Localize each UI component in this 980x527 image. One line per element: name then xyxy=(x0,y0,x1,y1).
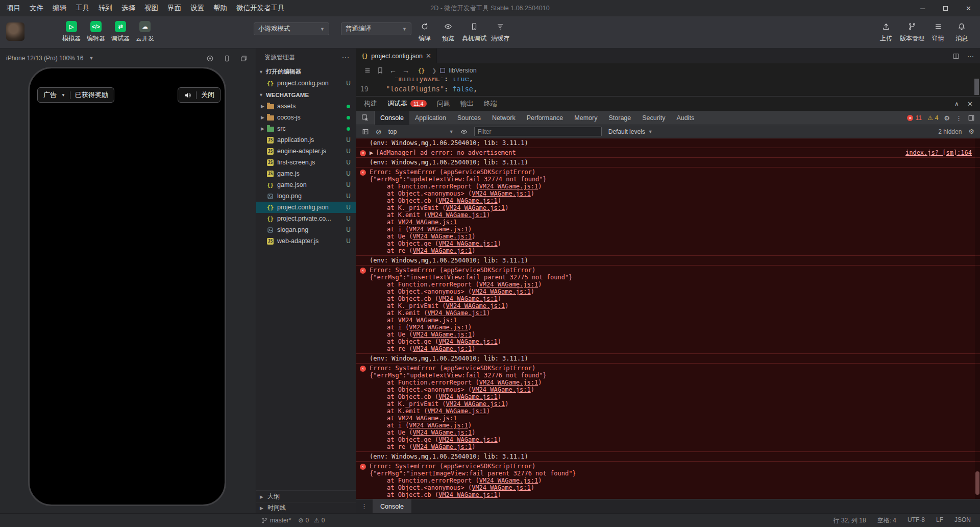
stack-link[interactable]: VM24 WAGame.js:1 xyxy=(398,317,457,324)
tree-item-cocos-js[interactable]: ▶cocos-js xyxy=(256,112,356,123)
menu-item[interactable]: 视图 xyxy=(140,0,163,16)
tree-item-project.private.co...[interactable]: {}project.private.co...U xyxy=(256,213,356,224)
avatar[interactable] xyxy=(6,22,24,41)
code-editor[interactable]: "minifyWXML": true,19 "localPlugins": fa… xyxy=(356,78,980,96)
tree-item-game.json[interactable]: {}game.jsonU xyxy=(256,179,356,190)
record-icon[interactable] xyxy=(206,55,214,62)
navigate-back-icon[interactable]: ← xyxy=(389,66,397,75)
stack-link[interactable]: VM24 WAGame.js:1 xyxy=(479,183,538,190)
devtools-tab-sources[interactable]: Sources xyxy=(452,111,486,125)
stack-link[interactable]: VM24 WAGame.js:1 xyxy=(409,422,468,429)
tool-simulator[interactable]: ▷模拟器 xyxy=(60,21,83,43)
detach-window-icon[interactable] xyxy=(240,55,248,62)
breadcrumb-symbol[interactable]: libVersion xyxy=(449,67,476,74)
tool-clear-cache[interactable]: 清缓存 xyxy=(489,21,511,43)
devtools-tab-security[interactable]: Security xyxy=(636,111,671,125)
indentation[interactable]: 空格: 4 xyxy=(877,516,896,525)
menu-item[interactable]: 选择 xyxy=(117,0,140,16)
stack-link[interactable]: VM24 WAGame.js:1 xyxy=(446,302,505,309)
mode-select[interactable]: 小游戏模式 ▼ xyxy=(254,22,329,35)
devtools-settings-icon[interactable]: ⚙ xyxy=(944,114,950,122)
panel-tab-终端[interactable]: 终端 xyxy=(484,99,497,108)
tree-item-src[interactable]: ▶src xyxy=(256,123,356,134)
tree-item-slogan.png[interactable]: slogan.pngU xyxy=(256,224,356,235)
close-tab-icon[interactable]: ✕ xyxy=(426,52,431,60)
list-icon[interactable] xyxy=(364,67,371,74)
tool-upload[interactable]: 上传 xyxy=(875,21,897,43)
timeline-section[interactable]: ▶ 时间线 xyxy=(256,502,356,513)
menu-item[interactable]: 界面 xyxy=(163,0,186,16)
encoding[interactable]: UTF-8 xyxy=(908,516,925,525)
tool-cloud-dev[interactable]: ☁云开发 xyxy=(134,21,156,43)
log-levels-select[interactable]: Default levels ▼ xyxy=(608,128,653,135)
tree-item-assets[interactable]: ▶assets xyxy=(256,101,356,112)
tool-messages[interactable]: 消息 xyxy=(950,21,973,43)
maximize-button[interactable] xyxy=(934,0,957,16)
cursor-position[interactable]: 行 32, 列 18 xyxy=(834,516,866,525)
stack-link[interactable]: VM24 WAGame.js:1 xyxy=(438,338,498,345)
stack-link[interactable]: VM24 WAGame.js:1 xyxy=(427,408,486,415)
dock-side-icon[interactable] xyxy=(968,114,975,122)
minimize-button[interactable]: ─ xyxy=(911,0,934,16)
error-count[interactable]: 11 xyxy=(915,114,921,122)
tree-item-logo.png[interactable]: logo.pngU xyxy=(256,190,356,202)
editor-scrollbar[interactable] xyxy=(974,79,979,95)
problems-indicator[interactable]: ⊘ 0 ⚠ 0 xyxy=(298,517,325,524)
stack-link[interactable]: VM24 WAGame.js:1 xyxy=(413,233,472,240)
phone-simulator-screen[interactable]: 广告 ▼ 已获得奖励 关闭 xyxy=(28,67,226,506)
console-settings-icon[interactable]: ⚙ xyxy=(968,128,974,135)
drawer-handle-icon[interactable]: ⋮ xyxy=(361,502,368,510)
devtools-tab-network[interactable]: Network xyxy=(486,111,521,125)
stack-link[interactable]: VM24 WAGame.js:1 xyxy=(427,309,486,317)
more-actions-icon[interactable]: ··· xyxy=(342,54,350,61)
collapse-panel-icon[interactable]: ∧ xyxy=(954,100,960,108)
tree-item-application.js[interactable]: JSapplication.jsU xyxy=(256,134,356,146)
close-button[interactable]: ✕ xyxy=(957,0,980,16)
tool-details[interactable]: 详情 xyxy=(927,21,949,43)
language-mode[interactable]: JSON xyxy=(954,516,971,525)
tree-item-engine-adapter.js[interactable]: JSengine-adapter.jsU xyxy=(256,146,356,157)
stack-link[interactable]: VM24 WAGame.js:1 xyxy=(479,281,538,288)
ad-button[interactable]: 广告 xyxy=(43,90,57,100)
outline-section[interactable]: ▶ 大纲 xyxy=(256,491,356,502)
stack-link[interactable]: VM24 WAGame.js:1 xyxy=(446,498,505,499)
tool-version-control[interactable]: 版本管理 xyxy=(898,21,926,43)
tool-debugger[interactable]: ⇄调试器 xyxy=(109,21,132,43)
git-branch-indicator[interactable]: master* xyxy=(261,517,291,524)
navigate-forward-icon[interactable]: → xyxy=(402,66,409,75)
speaker-icon[interactable] xyxy=(184,91,191,99)
menu-item[interactable]: 转到 xyxy=(94,0,117,16)
stack-link[interactable]: VM24 WAGame.js:1 xyxy=(438,491,498,498)
expand-caret-icon[interactable]: ▶ xyxy=(370,149,373,156)
drawer-tab-console[interactable]: Console xyxy=(373,499,411,513)
devtools-tab-performance[interactable]: Performance xyxy=(521,111,569,125)
stack-link[interactable]: VM24 WAGame.js:1 xyxy=(398,415,457,422)
warning-count[interactable]: 4 xyxy=(935,114,939,122)
device-select[interactable]: iPhone 12/13 (Pro) 100% 16 xyxy=(6,55,83,62)
ad-close-button[interactable]: 关闭 xyxy=(201,90,214,100)
split-editor-icon[interactable] xyxy=(952,53,960,60)
tree-item-project.config.json[interactable]: {}project.config.jsonU xyxy=(256,78,356,89)
stack-link[interactable]: VM24 WAGame.js:1 xyxy=(413,443,472,450)
stack-link[interactable]: VM24 WAGame.js:1 xyxy=(427,211,486,219)
stack-link[interactable]: VM24 WAGame.js:1 xyxy=(438,295,498,302)
project-root-section[interactable]: ▼ WECHATGAME xyxy=(256,89,356,101)
stack-link[interactable]: VM24 WAGame.js:1 xyxy=(413,247,472,254)
tool-device-debug[interactable]: 真机调试 xyxy=(460,21,488,43)
compile-mode-select[interactable]: 普通编译 ▼ xyxy=(341,22,411,35)
stack-link[interactable]: VM24 WAGame.js:1 xyxy=(479,477,538,484)
stack-link[interactable]: VM24 WAGame.js:1 xyxy=(398,219,457,226)
stack-link[interactable]: VM24 WAGame.js:1 xyxy=(472,484,531,491)
tree-item-first-screen.js[interactable]: JSfirst-screen.jsU xyxy=(256,157,356,168)
context-select[interactable]: top ▼ xyxy=(388,128,454,135)
stack-link[interactable]: VM24 WAGame.js:1 xyxy=(472,190,531,197)
panel-tab-问题[interactable]: 问题 xyxy=(437,99,450,108)
devtools-tab-memory[interactable]: Memory xyxy=(569,111,603,125)
stack-link[interactable]: VM24 WAGame.js:1 xyxy=(446,400,505,408)
more-options-icon[interactable]: ⋮ xyxy=(955,114,962,122)
tool-preview[interactable]: 预览 xyxy=(437,21,459,43)
open-editors-section[interactable]: ▼ 打开的编辑器 xyxy=(256,66,356,78)
panel-tab-构建[interactable]: 构建 xyxy=(364,99,377,108)
menu-item[interactable]: 文件 xyxy=(25,0,48,16)
tool-editor[interactable]: </>编辑器 xyxy=(85,21,107,43)
